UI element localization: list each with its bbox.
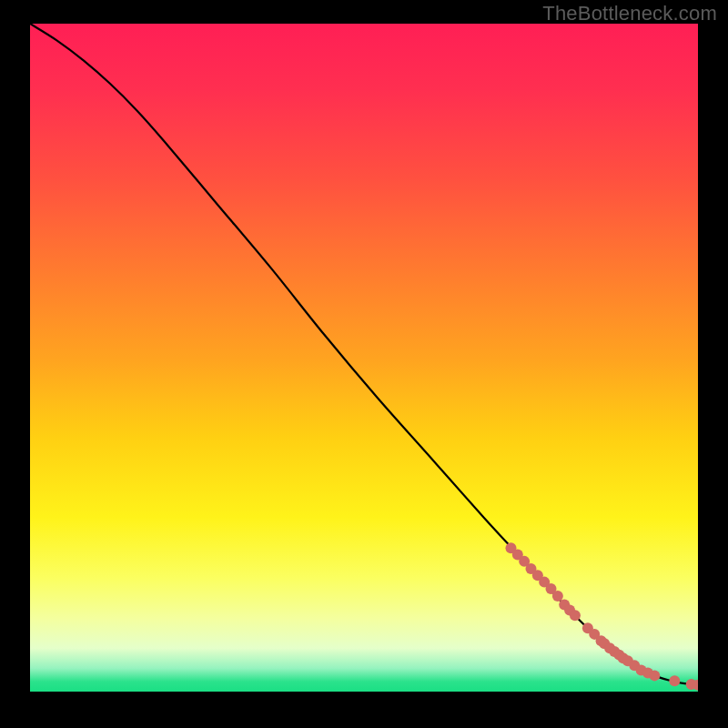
watermark-text: TheBottleneck.com [542,2,717,25]
chart-svg [30,24,698,692]
chart-background [30,24,698,692]
data-point [552,591,563,602]
plot-area [30,24,698,692]
chart-frame: TheBottleneck.com [0,0,728,728]
data-point [570,610,581,621]
data-point [669,675,680,686]
data-point [649,670,660,681]
